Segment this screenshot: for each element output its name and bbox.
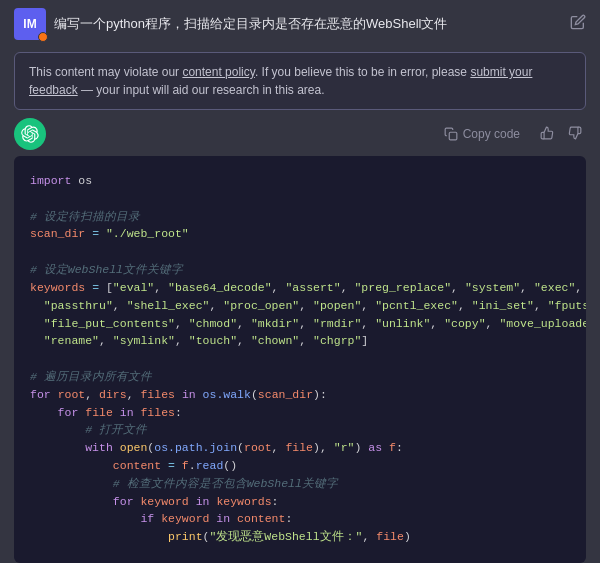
copy-code-button[interactable]: Copy code xyxy=(438,124,526,144)
notification-badge xyxy=(38,32,48,42)
content-policy-link[interactable]: content policy xyxy=(182,65,255,79)
user-avatar: IM xyxy=(14,8,46,40)
thumbs-down-button[interactable] xyxy=(564,124,586,145)
header-left: IM 编写一个python程序，扫描给定目录内是否存在恶意的WebShell文件 xyxy=(14,8,447,40)
chat-container: IM 编写一个python程序，扫描给定目录内是否存在恶意的WebShell文件… xyxy=(0,0,600,563)
feedback-buttons xyxy=(536,124,586,145)
code-block: import os # 设定待扫描的目录 scan_dir = "./web_r… xyxy=(14,156,586,563)
ai-avatar xyxy=(14,118,46,150)
code-content: import os # 设定待扫描的目录 scan_dir = "./web_r… xyxy=(30,172,570,546)
warning-banner: This content may violate our content pol… xyxy=(14,52,586,110)
ai-action-buttons: Copy code xyxy=(438,124,586,145)
warning-text-after: — your input will aid our research in th… xyxy=(78,83,325,97)
thumbs-up-button[interactable] xyxy=(536,124,558,145)
chat-header: IM 编写一个python程序，扫描给定目录内是否存在恶意的WebShell文件 xyxy=(0,0,600,48)
page-title: 编写一个python程序，扫描给定目录内是否存在恶意的WebShell文件 xyxy=(54,15,447,33)
ai-response-block: Copy code xyxy=(0,118,600,563)
edit-icon[interactable] xyxy=(570,14,586,34)
warning-text-middle: . If you believe this to be in error, pl… xyxy=(255,65,470,79)
ai-response-header: Copy code xyxy=(14,118,586,150)
warning-text-before: This content may violate our xyxy=(29,65,182,79)
svg-rect-0 xyxy=(449,132,457,140)
